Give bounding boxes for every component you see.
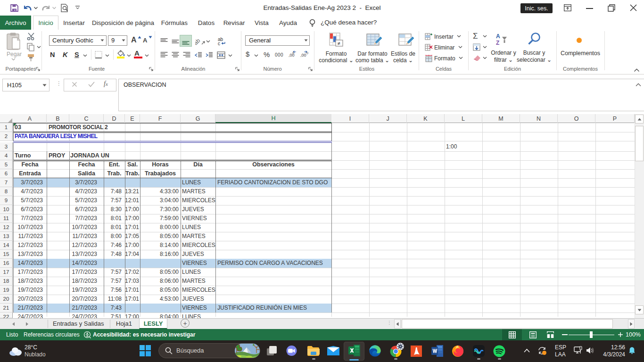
svg-text:c: c	[218, 41, 220, 46]
svg-text:0: 0	[292, 51, 294, 55]
svg-text:≠: ≠	[338, 41, 340, 46]
svg-text:ab: ab	[195, 37, 202, 46]
svg-text:A: A	[496, 33, 500, 40]
svg-text:Z: Z	[496, 40, 499, 46]
